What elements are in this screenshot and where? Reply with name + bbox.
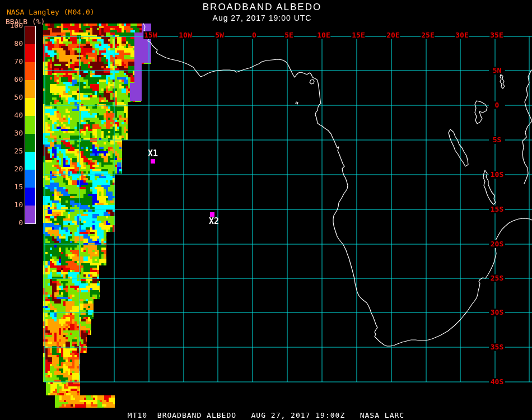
colorbar-segment-25-30 bbox=[25, 134, 35, 152]
title-block: BROADBAND ALBEDO Aug 27, 2017 19:00 UTC bbox=[0, 2, 524, 22]
lat-label-30S: 30S bbox=[489, 309, 505, 316]
footer-status-line: MT10 BROADBAND ALBEDO AUG 27, 2017 19:00… bbox=[0, 411, 532, 419]
colorbar-segment-10-15 bbox=[25, 188, 35, 206]
page-title: BROADBAND ALBEDO bbox=[0, 2, 524, 13]
colorbar-tick-50: 50 bbox=[0, 94, 23, 101]
colorbar-tick-20: 20 bbox=[0, 165, 23, 173]
colorbar-segment-0-10 bbox=[25, 206, 35, 223]
colorbar-segment-60-70 bbox=[25, 62, 35, 80]
lon-label-25E: 25E bbox=[421, 31, 435, 39]
lon-label-35E: 35E bbox=[489, 31, 503, 39]
colorbar-segment-50-60 bbox=[25, 80, 35, 98]
albedo-map-viewport: NASA Langley (M04.0) BBALB (%) BROADBAND… bbox=[0, 0, 532, 420]
lon-label-15E: 15E bbox=[351, 31, 365, 39]
lon-label-0: 0 bbox=[251, 31, 257, 39]
colorbar-tick-25: 25 bbox=[0, 147, 23, 155]
colorbar-segment-30-40 bbox=[25, 116, 35, 134]
lat-label-5S: 5S bbox=[489, 136, 505, 144]
site-marker-label-x1: X1 bbox=[148, 150, 158, 158]
colorbar-tick-70: 70 bbox=[0, 58, 23, 66]
lon-label-10W: 10W bbox=[178, 31, 192, 39]
lat-label-35S: 35S bbox=[489, 343, 505, 351]
lon-label-5W: 5W bbox=[214, 31, 225, 39]
lon-label-30E: 30E bbox=[455, 31, 469, 39]
colorbar-tick-0: 0 bbox=[0, 219, 23, 227]
colorbar-segment-20-25 bbox=[25, 152, 35, 170]
site-marker-x1 bbox=[151, 159, 155, 164]
colorbar-tick-30: 30 bbox=[0, 129, 23, 137]
lon-label-5E: 5E bbox=[284, 31, 294, 39]
lat-label-5N: 5N bbox=[489, 67, 505, 74]
colorbar-tick-100: 100 bbox=[0, 22, 23, 30]
colorbar-tick-60: 60 bbox=[0, 76, 23, 83]
lon-label-20E: 20E bbox=[386, 31, 400, 39]
lon-label-10E: 10E bbox=[316, 31, 330, 39]
satellite-albedo-swath bbox=[0, 0, 532, 420]
colorbar-tick-15: 15 bbox=[0, 183, 23, 191]
lat-label-0: 0 bbox=[489, 101, 505, 109]
colorbar-tick-10: 10 bbox=[0, 201, 23, 209]
lon-label-15W: 15W bbox=[143, 31, 157, 39]
colorbar-tick-40: 40 bbox=[0, 111, 23, 119]
albedo-colorbar bbox=[25, 26, 36, 224]
colorbar-segment-15-20 bbox=[25, 170, 35, 188]
lat-label-40S: 40S bbox=[489, 378, 505, 386]
lat-label-25S: 25S bbox=[489, 274, 505, 282]
lat-label-15S: 15S bbox=[489, 206, 505, 213]
site-marker-label-x2: X2 bbox=[209, 217, 219, 226]
datetime-subtitle: Aug 27, 2017 19:00 UTC bbox=[0, 13, 524, 22]
lat-label-10S: 10S bbox=[489, 171, 505, 179]
lat-label-20S: 20S bbox=[489, 240, 505, 248]
colorbar-tick-80: 80 bbox=[0, 40, 23, 48]
colorbar-segment-70-80 bbox=[25, 44, 35, 62]
colorbar-segment-80-100 bbox=[25, 26, 35, 44]
colorbar-segment-40-50 bbox=[25, 98, 35, 116]
